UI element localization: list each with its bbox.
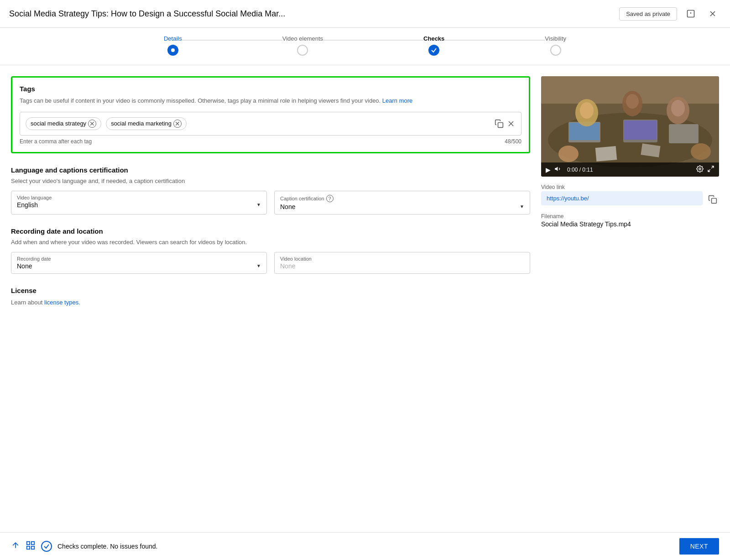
- video-link-row: Video link https://youtu.be/: [541, 184, 719, 206]
- language-dropdowns-row: Video language English ▼ Caption certifi…: [11, 191, 530, 215]
- svg-point-5: [171, 48, 175, 52]
- copy-link-button[interactable]: [706, 193, 719, 206]
- filename-value: Social Media Strategy Tips.mp4: [541, 220, 719, 228]
- caption-cert-help-icon[interactable]: ?: [326, 195, 334, 202]
- settings-button[interactable]: [696, 165, 704, 174]
- step-details-circle: [167, 45, 178, 56]
- svg-rect-15: [624, 120, 657, 140]
- volume-button[interactable]: [554, 165, 562, 174]
- video-location-input[interactable]: Video location None: [274, 252, 530, 274]
- recording-title: Recording date and location: [11, 227, 530, 235]
- filename-section: Filename Social Media Strategy Tips.mp4: [541, 213, 719, 228]
- main-content: Tags Tags can be useful if content in yo…: [0, 65, 730, 319]
- tags-title: Tags: [20, 85, 521, 93]
- recording-desc: Add when and where your video was record…: [11, 239, 530, 246]
- close-button[interactable]: [704, 5, 721, 22]
- recording-date-value-row: None ▼: [17, 262, 261, 270]
- tags-learn-more-link[interactable]: Learn more: [382, 97, 412, 104]
- tag-chip-label: social media strategy: [31, 120, 86, 127]
- tag-chip-social-media-strategy: social media strategy ✕: [26, 117, 101, 130]
- license-types-link[interactable]: license types.: [44, 299, 80, 306]
- recording-date-arrow-icon: ▼: [256, 263, 261, 268]
- step-checks[interactable]: Checks: [423, 35, 444, 56]
- video-language-dropdown[interactable]: Video language English ▼: [11, 191, 267, 215]
- tags-desc-text: Tags can be useful if content in your vi…: [20, 97, 382, 104]
- step-video-elements-label: Video elements: [282, 35, 323, 42]
- svg-line-30: [708, 169, 710, 172]
- alert-button[interactable]: [683, 5, 699, 22]
- filename-label: Filename: [541, 213, 719, 220]
- video-language-label: Video language: [17, 195, 261, 200]
- video-right-controls: [696, 165, 714, 174]
- video-controls: ▶ 0:00 / 0:11: [541, 162, 719, 177]
- svg-point-24: [691, 143, 711, 160]
- right-panel: ▶ 0:00 / 0:11: [541, 76, 719, 319]
- tags-hint: Enter a comma after each tag: [20, 138, 92, 145]
- video-link-container: Video link https://youtu.be/: [541, 184, 703, 205]
- steps-nav: Details Video elements Checks Visibility: [0, 28, 730, 65]
- step-video-elements-circle: [297, 45, 308, 56]
- license-section: License Learn about license types.: [11, 287, 530, 307]
- page-title: Social Media Strategy Tips: How to Desig…: [9, 9, 614, 19]
- tags-hint-row: Enter a comma after each tag 48/500: [20, 138, 521, 145]
- tags-input-container[interactable]: social media strategy ✕ social media mar…: [20, 112, 521, 136]
- recording-date-value: None: [17, 262, 32, 270]
- recording-date-dropdown[interactable]: Recording date None ▼: [11, 252, 267, 274]
- svg-line-29: [711, 166, 714, 168]
- svg-rect-25: [595, 146, 617, 162]
- caption-cert-value: None: [280, 203, 295, 210]
- license-desc-text: Learn about: [11, 299, 42, 306]
- svg-rect-31: [712, 199, 717, 204]
- step-line-2: [323, 40, 423, 41]
- recording-dropdowns-row: Recording date None ▼ Video location Non…: [11, 252, 530, 274]
- step-line-1: [182, 40, 282, 41]
- svg-point-23: [558, 146, 579, 162]
- caption-cert-label: Caption certification: [280, 196, 324, 201]
- page-header: Social Media Strategy Tips: How to Desig…: [0, 0, 730, 28]
- video-location-label: Video location: [280, 256, 524, 262]
- step-details-label: Details: [164, 35, 182, 42]
- svg-point-18: [580, 102, 594, 119]
- step-details[interactable]: Details: [164, 35, 182, 56]
- caption-cert-label-row: Caption certification ?: [280, 195, 524, 202]
- tags-actions: [495, 119, 516, 128]
- video-time: 0:00 / 0:11: [567, 167, 593, 173]
- video-thumbnail: [541, 76, 719, 177]
- play-button[interactable]: ▶: [546, 166, 551, 173]
- video-preview: ▶ 0:00 / 0:11: [541, 76, 719, 177]
- recording-date-label: Recording date: [17, 256, 261, 262]
- video-location-value-row: None: [280, 262, 524, 270]
- svg-point-20: [671, 100, 685, 116]
- svg-marker-27: [555, 167, 558, 171]
- fullscreen-button[interactable]: [707, 165, 714, 174]
- svg-rect-16: [669, 124, 699, 143]
- lang-captions-title: Language and captions certification: [11, 166, 530, 174]
- caption-cert-arrow-icon: ▼: [520, 204, 524, 209]
- left-panel: Tags Tags can be useful if content in yo…: [11, 76, 541, 319]
- tag-chip-remove-1[interactable]: ✕: [173, 120, 182, 128]
- step-visibility[interactable]: Visibility: [545, 35, 566, 56]
- caption-cert-dropdown[interactable]: Caption certification ? None ▼: [274, 191, 530, 215]
- video-language-value: English: [17, 201, 38, 209]
- clear-tags-button[interactable]: [506, 119, 516, 128]
- video-language-value-row: English ▼: [17, 201, 261, 209]
- step-visibility-circle: [550, 45, 561, 56]
- video-link-value[interactable]: https://youtu.be/: [541, 191, 703, 205]
- language-captions-section: Language and captions certification Sele…: [11, 166, 530, 215]
- step-line-3: [444, 40, 545, 41]
- copy-tags-button[interactable]: [495, 119, 504, 128]
- step-video-elements[interactable]: Video elements: [282, 35, 323, 56]
- svg-rect-6: [498, 122, 503, 127]
- step-visibility-label: Visibility: [545, 35, 566, 42]
- video-location-value: None: [280, 262, 295, 270]
- step-checks-circle: [428, 45, 439, 56]
- tags-count: 48/500: [505, 138, 521, 145]
- saved-badge[interactable]: Saved as private: [619, 7, 677, 21]
- lang-captions-desc: Select your video's language and, if nee…: [11, 178, 530, 184]
- license-desc: Learn about license types.: [11, 298, 530, 307]
- tag-chip-remove-0[interactable]: ✕: [88, 120, 96, 128]
- tag-chip-social-media-marketing: social media marketing ✕: [106, 117, 187, 130]
- license-title: License: [11, 287, 530, 294]
- step-checks-label: Checks: [423, 35, 444, 42]
- caption-cert-value-row: None ▼: [280, 203, 524, 210]
